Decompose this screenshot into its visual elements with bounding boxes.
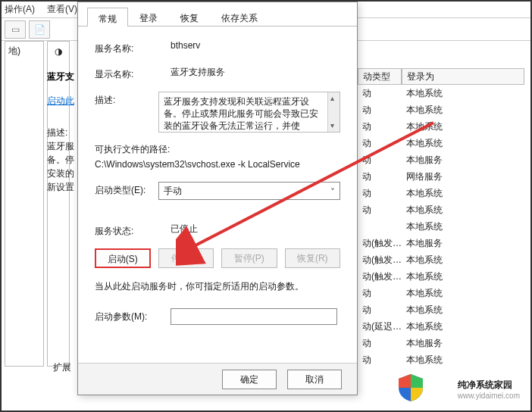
tab-strip: 常规 登录 恢复 依存关系 [78, 2, 357, 27]
start-button[interactable]: 启动(S) [95, 248, 151, 268]
menu-view[interactable]: 查看(V) [47, 3, 77, 16]
col-starttype[interactable]: 动类型 [358, 68, 402, 85]
table-row[interactable]: 动本地系统 [358, 118, 524, 135]
table-row[interactable]: 动(触发…本地系统 [358, 268, 524, 285]
startup-type-select[interactable]: 手动 [158, 182, 340, 200]
description-box: 蓝牙服务支持发现和关联远程蓝牙设备。停止或禁用此服务可能会导致已安装的蓝牙设备无… [158, 92, 340, 133]
lbl-start-params: 启动参数(M): [95, 308, 171, 325]
lbl-description: 描述: [95, 92, 158, 133]
grid-rows: 动本地系统动本地系统动本地系统动本地系统动本地服务动网络服务动本地系统动本地系统… [358, 85, 524, 368]
lbl-display-name: 显示名称: [95, 66, 171, 81]
tab-general[interactable]: 常规 [87, 8, 128, 27]
menu-op[interactable]: 操作(A) [5, 3, 35, 16]
cancel-button[interactable]: 取消 [287, 370, 342, 389]
side-start-link[interactable]: 启动此 [47, 94, 74, 108]
toolbar-btn-2[interactable]: 📄 [29, 20, 50, 39]
resume-button: 恢复(R) [285, 248, 340, 268]
table-row[interactable]: 动本地系统 [358, 285, 524, 301]
hint-text: 当从此处启动服务时，你可指定所适用的启动参数。 [95, 280, 340, 293]
lbl-service-name: 服务名称: [95, 40, 171, 55]
tab-logon[interactable]: 登录 [128, 7, 169, 26]
table-row[interactable]: 动本地服务 [358, 335, 524, 351]
side-desc: 描述: 蓝牙服 备。停 安装的 新设置 [47, 126, 74, 194]
brand-mark: 纯净系统家园 www.yidaimei.com [458, 378, 520, 400]
ok-button[interactable]: 确定 [222, 370, 277, 389]
table-row[interactable]: 动本地系统 [358, 135, 524, 151]
table-row[interactable]: 动本地系统 [358, 85, 524, 101]
tab-recovery[interactable]: 恢复 [169, 7, 210, 26]
search-icon[interactable]: ◑ [55, 46, 62, 57]
tab-deps[interactable]: 依存关系 [210, 7, 269, 26]
table-row[interactable]: 动本地系统 [358, 351, 524, 368]
table-row[interactable]: 动本地系统 [358, 201, 524, 218]
shield-icon [397, 373, 424, 403]
table-row[interactable]: 动本地系统 [358, 301, 524, 318]
col-logon[interactable]: 登录为 [402, 68, 524, 85]
table-row[interactable]: 动(触发…本地系统 [358, 251, 524, 268]
extended-tab[interactable]: 扩展 [53, 361, 71, 374]
lbl-service-state: 服务状态: [95, 223, 171, 238]
table-row[interactable]: 动(触发…本地服务 [358, 235, 524, 251]
val-service-state: 已停止 [171, 223, 340, 238]
scrollbar[interactable] [327, 92, 340, 132]
tree-pane: 地) [5, 41, 44, 367]
table-row[interactable]: 动本地系统 [358, 101, 524, 118]
table-row[interactable]: 本地系统 [358, 218, 524, 235]
pause-button: 暂停(P) [221, 248, 277, 268]
service-properties-dialog: 常规 登录 恢复 依存关系 服务名称:bthserv 显示名称:蓝牙支持服务 描… [77, 2, 358, 395]
toolbar-btn-1[interactable]: ▭ [5, 20, 26, 39]
side-info: 蓝牙支 启动此 描述: 蓝牙服 备。停 安装的 新设置 [47, 70, 74, 194]
val-exe-path: C:\Windows\system32\svchost.exe -k Local… [95, 159, 340, 170]
grid-header: 动类型 登录为 [358, 68, 524, 85]
table-row[interactable]: 动本地系统 [358, 185, 524, 201]
service-grid: 动类型 登录为 动本地系统动本地系统动本地系统动本地系统动本地服务动网络服务动本… [358, 68, 524, 388]
val-display-name: 蓝牙支持服务 [171, 66, 340, 81]
stop-button: 停止(T) [158, 248, 214, 268]
start-params-input[interactable] [171, 308, 337, 325]
tree-node[interactable]: 地) [8, 45, 20, 56]
table-row[interactable]: 动(延迟…本地系统 [358, 318, 524, 335]
dialog-footer: 确定 取消 [78, 363, 357, 395]
side-title: 蓝牙支 [47, 70, 74, 83]
lbl-exe-path: 可执行文件的路径: [95, 143, 340, 156]
lbl-startup-type: 启动类型(E): [95, 182, 158, 200]
table-row[interactable]: 动本地服务 [358, 151, 524, 168]
val-service-name: bthserv [171, 40, 340, 55]
table-row[interactable]: 动网络服务 [358, 168, 524, 185]
